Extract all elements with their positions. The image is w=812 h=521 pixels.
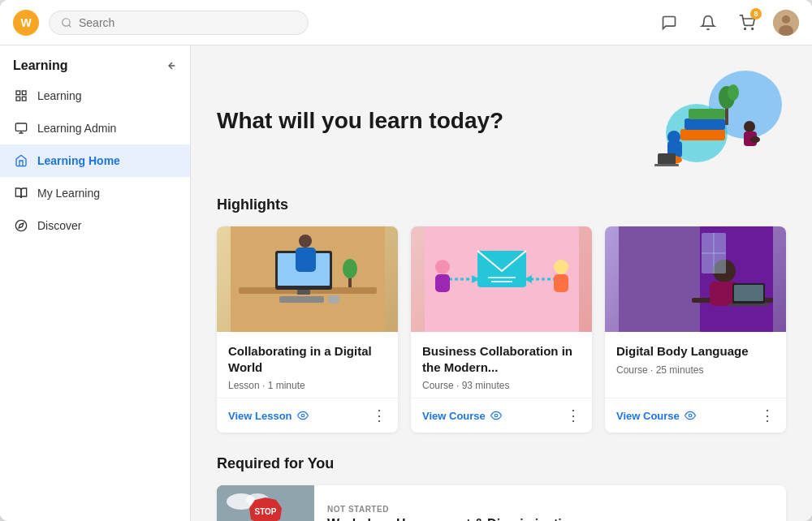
svg-rect-12 xyxy=(15,123,26,131)
svg-rect-21 xyxy=(689,109,725,119)
sidebar-item-learning-admin[interactable]: Learning Admin xyxy=(0,112,190,144)
svg-point-53 xyxy=(554,260,568,274)
svg-point-44 xyxy=(301,414,304,417)
svg-rect-39 xyxy=(328,295,339,304)
app-window: W 8 xyxy=(0,0,812,521)
svg-point-57 xyxy=(495,414,498,417)
svg-point-24 xyxy=(728,84,739,101)
compass-icon xyxy=(13,217,29,234)
svg-rect-19 xyxy=(680,129,725,140)
card-business: Business Collaboration in the Modern... … xyxy=(411,226,592,433)
card-title-business: Business Collaboration in the Modern... xyxy=(422,343,581,375)
card-collaborating: Collaborating in a Digital World Lesson … xyxy=(217,226,398,433)
card-footer-digital: View Course ⋮ xyxy=(605,398,786,433)
sidebar-header: Learning xyxy=(0,45,190,80)
search-input[interactable] xyxy=(79,16,296,29)
sidebar: Learning Learning xyxy=(0,45,191,521)
card-footer-business: View Course ⋮ xyxy=(411,398,592,433)
cart-icon-button[interactable]: 8 xyxy=(734,10,760,36)
svg-point-28 xyxy=(744,121,755,132)
card-more-button-1[interactable]: ⋮ xyxy=(372,407,387,424)
card-thumb-collaborating xyxy=(217,226,398,332)
home-icon xyxy=(13,153,29,169)
required-item-harassment: STOP NOT STARTED Workplace Harassment & … xyxy=(217,485,786,521)
svg-rect-37 xyxy=(297,290,310,295)
required-title: Required for You xyxy=(217,455,786,472)
main-layout: Learning Learning xyxy=(0,45,812,521)
svg-marker-16 xyxy=(19,223,24,228)
thumb-svg-3 xyxy=(619,226,773,332)
card-body-business: Business Collaboration in the Modern... … xyxy=(411,332,592,398)
svg-point-15 xyxy=(15,220,26,230)
user-avatar[interactable] xyxy=(773,10,799,36)
avatar-image xyxy=(773,10,799,36)
view-course-label-2: View Course xyxy=(422,410,486,422)
card-body-collaborating: Collaborating in a Digital World Lesson … xyxy=(217,332,398,398)
chat-icon-button[interactable] xyxy=(656,10,682,36)
sidebar-label-learning-admin: Learning Admin xyxy=(37,122,116,135)
book-icon xyxy=(13,185,29,201)
card-thumb-business xyxy=(411,226,592,332)
required-thumb-harassment: STOP xyxy=(217,485,314,521)
thumb-svg-2 xyxy=(425,226,579,332)
card-more-button-2[interactable]: ⋮ xyxy=(566,407,581,424)
required-status-harassment: NOT STARTED xyxy=(327,505,577,514)
view-course-button-2[interactable]: View Course xyxy=(422,410,502,422)
card-thumb-digital xyxy=(605,226,786,332)
svg-point-43 xyxy=(343,259,357,278)
card-footer-collaborating: View Lesson ⋮ xyxy=(217,398,398,433)
required-body-harassment: NOT STARTED Workplace Harassment & Discr… xyxy=(314,495,590,522)
bell-icon xyxy=(700,15,716,31)
hero-illustration xyxy=(607,68,786,174)
bell-icon-button[interactable] xyxy=(695,10,721,36)
svg-point-0 xyxy=(63,18,70,25)
sidebar-item-learning-home[interactable]: Learning Home xyxy=(0,144,190,177)
svg-rect-8 xyxy=(16,91,20,95)
card-meta-digital: Course · 25 minutes xyxy=(616,364,775,376)
view-course-label-3: View Course xyxy=(616,410,680,422)
view-lesson-button[interactable]: View Lesson xyxy=(228,410,309,422)
thumb-svg-required: STOP xyxy=(217,485,314,521)
card-title-digital: Digital Body Language xyxy=(616,343,775,360)
highlights-cards: Collaborating in a Digital World Lesson … xyxy=(217,226,786,433)
highlights-title: Highlights xyxy=(217,196,786,213)
svg-text:STOP: STOP xyxy=(254,507,276,516)
sidebar-title: Learning xyxy=(13,58,68,73)
sidebar-item-discover[interactable]: Discover xyxy=(0,209,190,242)
svg-point-40 xyxy=(299,235,312,248)
svg-rect-64 xyxy=(734,285,763,301)
sidebar-collapse-button[interactable] xyxy=(164,59,177,72)
search-bar[interactable] xyxy=(49,11,309,35)
sidebar-label-discover: Discover xyxy=(37,219,81,232)
workday-logo[interactable]: W xyxy=(13,10,39,36)
sidebar-item-my-learning[interactable]: My Learning xyxy=(0,177,190,209)
topbar: W 8 xyxy=(0,0,812,45)
svg-point-30 xyxy=(750,136,760,143)
thumb-svg-1 xyxy=(231,226,385,332)
sidebar-label-my-learning: My Learning xyxy=(37,187,100,200)
view-course-button-3[interactable]: View Course xyxy=(616,410,696,422)
svg-rect-41 xyxy=(296,248,316,272)
card-more-button-3[interactable]: ⋮ xyxy=(760,407,775,424)
hero-title: What will you learn today? xyxy=(217,108,503,134)
svg-rect-38 xyxy=(279,296,324,303)
topbar-actions: 8 xyxy=(656,10,799,36)
svg-rect-65 xyxy=(728,304,769,306)
svg-rect-31 xyxy=(658,153,676,165)
hero-svg xyxy=(607,68,786,174)
svg-point-3 xyxy=(752,28,754,29)
svg-rect-54 xyxy=(554,274,568,292)
eye-icon-2 xyxy=(490,410,502,421)
chat-icon xyxy=(661,15,677,31)
card-meta-business: Course · 93 minutes xyxy=(422,380,581,391)
svg-point-5 xyxy=(782,15,790,24)
svg-rect-10 xyxy=(16,97,20,101)
view-lesson-label: View Lesson xyxy=(228,410,292,422)
svg-point-69 xyxy=(689,414,692,417)
sidebar-label-learning: Learning xyxy=(37,89,82,102)
sidebar-item-learning[interactable]: Learning xyxy=(0,80,190,112)
required-title-harassment: Workplace Harassment & Discrimination xyxy=(327,517,577,522)
card-digital: Digital Body Language Course · 25 minute… xyxy=(605,226,786,433)
card-body-digital: Digital Body Language Course · 25 minute… xyxy=(605,332,786,398)
sidebar-label-learning-home: Learning Home xyxy=(37,154,120,167)
